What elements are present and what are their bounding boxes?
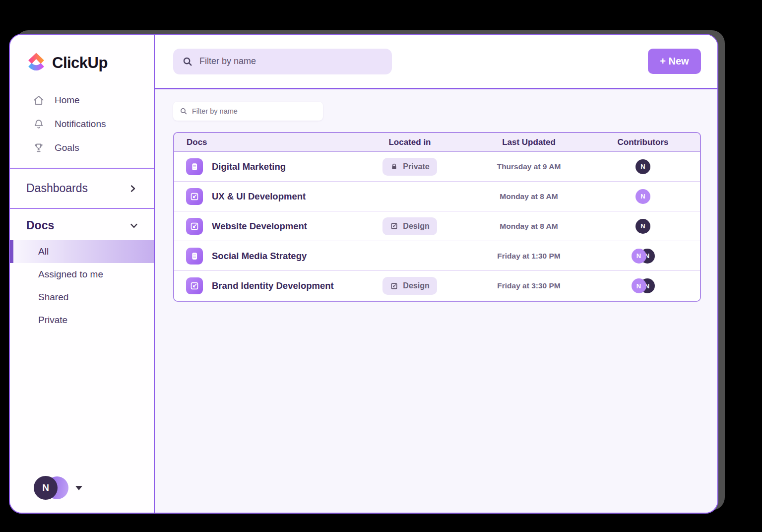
location-badge[interactable]: Design (382, 277, 437, 295)
caret-down-icon[interactable] (75, 486, 82, 490)
whiteboard-icon (186, 277, 203, 294)
table-header-row: DocsLocated inLast UpdatedContributors (174, 133, 700, 152)
sidebar-item-label: Home (55, 95, 80, 106)
last-updated-cell: Monday at 8 AM (472, 192, 586, 201)
search-icon (182, 56, 193, 67)
contributors-cell: NN (586, 278, 700, 293)
whiteboard-icon (186, 188, 203, 205)
lock-icon (390, 162, 398, 171)
sidebar-item-home[interactable]: Home (10, 88, 154, 112)
doc-title[interactable]: Social Media Strategy (212, 251, 307, 262)
contributors-cell: N (586, 219, 700, 234)
user-avatar[interactable]: N (34, 476, 58, 500)
whiteboard-icon (186, 218, 203, 235)
last-updated-cell: Friday at 3:30 PM (472, 281, 586, 290)
contributor-avatar[interactable]: N (635, 159, 650, 174)
doc-title[interactable]: Website Development (212, 221, 307, 232)
docs-item-private[interactable]: Private (10, 309, 154, 332)
filter-by-name-input[interactable] (199, 56, 383, 66)
chevron-right-icon (129, 185, 137, 193)
chevron-down-icon (130, 222, 138, 230)
last-updated-cell: Friday at 1:30 PM (472, 252, 586, 261)
column-header: Last Updated (472, 137, 586, 147)
sidebar-docs-section: Docs AllAssigned to meSharedPrivate (10, 209, 154, 332)
location-badge[interactable]: Design (382, 217, 437, 235)
doc-title[interactable]: UX & UI Development (212, 191, 306, 202)
located-in-cell: Private (348, 158, 472, 176)
home-icon (33, 94, 45, 106)
contributor-avatar[interactable]: N (632, 249, 646, 264)
document-icon (186, 248, 203, 265)
sidebar-item-label: Notifications (55, 119, 106, 130)
brand-name: ClickUp (52, 54, 108, 72)
location-label: Design (403, 281, 429, 290)
topbar-filter (173, 49, 392, 74)
notifications-icon (33, 118, 45, 130)
dashboards-label: Dashboards (26, 182, 88, 195)
contributor-avatar[interactable]: N (632, 278, 646, 293)
sidebar-item-dashboards[interactable]: Dashboards (10, 168, 154, 209)
table-row[interactable]: Website DevelopmentDesignMonday at 8 AMN (174, 211, 700, 241)
docs-table: DocsLocated inLast UpdatedContributors D… (173, 132, 701, 302)
last-updated-cell: Monday at 8 AM (472, 222, 586, 231)
table-body: Digital MarketingPrivateThursday at 9 AM… (174, 152, 700, 301)
docs-item-all[interactable]: All (10, 240, 154, 263)
contributor-avatar[interactable]: N (635, 189, 650, 204)
doc-name-cell: Website Development (174, 218, 348, 235)
last-updated-cell: Thursday at 9 AM (472, 162, 586, 171)
sidebar-item-notifications[interactable]: Notifications (10, 112, 154, 136)
clickup-logo: ClickUp (10, 35, 154, 86)
docs-item-shared[interactable]: Shared (10, 286, 154, 309)
located-in-cell: Design (348, 277, 472, 295)
search-icon (180, 107, 188, 115)
location-badge[interactable]: Private (382, 158, 437, 176)
doc-name-cell: Digital Marketing (174, 158, 348, 175)
table-row[interactable]: UX & UI DevelopmentMonday at 8 AMN (174, 182, 700, 211)
document-icon (186, 158, 203, 175)
sidebar-item-docs[interactable]: Docs (10, 219, 154, 240)
table-row[interactable]: Social Media StrategyFriday at 1:30 PMNN (174, 241, 700, 271)
main-panel: + New DocsLocated inLast UpdatedContribu… (155, 35, 717, 513)
location-label: Design (403, 222, 429, 231)
docs-subitems: AllAssigned to meSharedPrivate (10, 240, 154, 332)
docs-item-assigned-to-me[interactable]: Assigned to me (10, 263, 154, 286)
location-label: Private (403, 162, 429, 171)
doc-title[interactable]: Digital Marketing (212, 161, 286, 172)
doc-title[interactable]: Brand Identity Development (212, 280, 334, 291)
doc-name-cell: Social Media Strategy (174, 248, 348, 265)
contributors-cell: N (586, 159, 700, 174)
contributor-avatar[interactable]: N (635, 219, 650, 234)
sidebar-item-goals[interactable]: Goals (10, 136, 154, 160)
clickup-logo-icon (26, 52, 46, 74)
contributors-cell: NN (586, 249, 700, 264)
sidebar: ClickUp HomeNotificationsGoals Dashboard… (10, 35, 155, 513)
sidebar-nav: HomeNotificationsGoals (10, 86, 154, 168)
located-in-cell: Design (348, 217, 472, 235)
table-row[interactable]: Brand Identity DevelopmentDesignFriday a… (174, 271, 700, 301)
column-header: Contributors (586, 137, 700, 147)
goals-icon (33, 142, 45, 154)
whiteboard-icon (390, 282, 398, 290)
doc-name-cell: UX & UI Development (174, 188, 348, 205)
column-header: Docs (174, 137, 348, 147)
doc-name-cell: Brand Identity Development (174, 277, 348, 294)
topbar: + New (155, 35, 717, 89)
table-filter (173, 102, 323, 121)
table-filter-input[interactable] (192, 107, 317, 115)
new-button[interactable]: + New (648, 49, 701, 74)
table-row[interactable]: Digital MarketingPrivateThursday at 9 AM… (174, 152, 700, 182)
column-header: Located in (348, 137, 472, 147)
contributors-cell: N (586, 189, 700, 204)
sidebar-item-label: Goals (55, 142, 79, 153)
app-window: ClickUp HomeNotificationsGoals Dashboard… (9, 34, 718, 514)
user-menu[interactable]: N (34, 476, 82, 500)
whiteboard-icon (390, 222, 398, 230)
docs-title: Docs (26, 219, 54, 232)
content-area: DocsLocated inLast UpdatedContributors D… (155, 89, 717, 513)
